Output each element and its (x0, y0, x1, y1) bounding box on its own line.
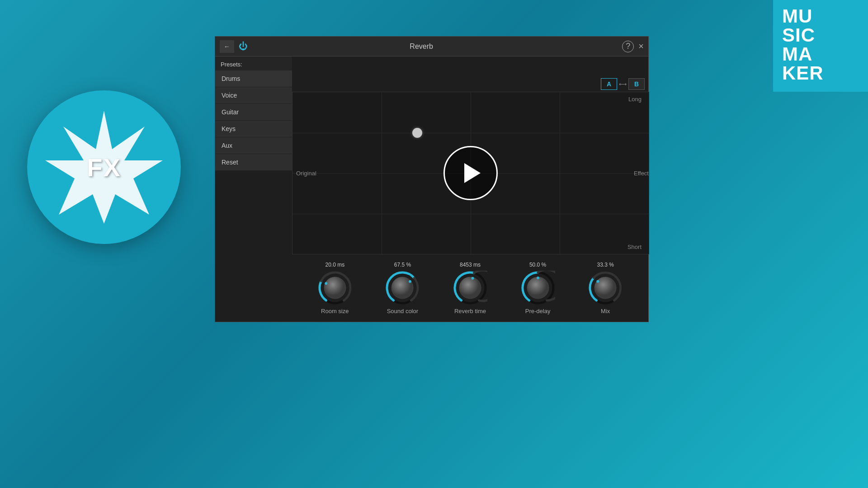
main-content: A ⟷ B Long Short Original Effect (292, 76, 648, 322)
knob-3[interactable] (521, 271, 555, 305)
xy-label-short: Short (627, 244, 642, 250)
knob-room-size-container: 20.0 ms Room size (318, 262, 352, 314)
knob-label-0: Room size (321, 308, 349, 314)
top-bar: ← ⏻ Reverb ? × (215, 37, 648, 56)
preset-aux[interactable]: Aux (215, 137, 292, 154)
svg-point-15 (527, 277, 549, 299)
plugin-title: Reverb (252, 42, 590, 51)
svg-point-12 (471, 277, 474, 280)
xy-label-original: Original (296, 170, 316, 177)
knob-label-3: Pre-delay (525, 308, 551, 314)
knob-value-3: 50.0 % (529, 262, 546, 268)
knob-label-1: Sound color (387, 308, 418, 314)
knob-mix-container: 33.3 % Mix (588, 262, 623, 314)
xy-label-effect: Effect (634, 170, 649, 177)
plugin-window: ← ⏻ Reverb ? × Presets: Drums Voice Guit… (215, 36, 649, 322)
play-triangle-icon (464, 163, 481, 183)
svg-point-4 (325, 282, 327, 285)
ab-arrow-icon: ⟷ (619, 81, 627, 87)
svg-point-3 (324, 277, 346, 299)
preset-guitar[interactable]: Guitar (215, 104, 292, 121)
close-button[interactable]: × (638, 41, 644, 52)
ab-button-b[interactable]: B (628, 78, 645, 90)
knob-value-4: 33.3 % (597, 262, 613, 268)
knob-1[interactable] (385, 271, 420, 305)
fx-logo: FX (27, 90, 181, 244)
play-button[interactable] (443, 146, 498, 200)
knob-sound-color-container: 67.5 % Sound color (385, 262, 420, 314)
xy-pad[interactable]: Long Short Original Effect (292, 92, 649, 254)
knob-label-2: Reverb time (454, 308, 486, 314)
power-button[interactable]: ⏻ (239, 41, 248, 52)
help-button[interactable]: ? (622, 41, 634, 52)
svg-point-8 (409, 280, 411, 283)
fx-label: FX (87, 153, 121, 182)
svg-point-16 (537, 277, 539, 279)
music-maker-text: MU SIC MA KER (782, 7, 859, 83)
presets-label: Presets: (215, 56, 292, 70)
knob-0[interactable] (318, 271, 352, 305)
knob-value-2: 8453 ms (460, 262, 481, 268)
ab-toggle: A ⟷ B (292, 76, 648, 92)
svg-point-11 (459, 277, 481, 299)
svg-point-20 (596, 280, 599, 283)
knob-label-4: Mix (601, 308, 610, 314)
knob-4[interactable] (588, 271, 623, 305)
knob-reverb-time-container: 8453 ms Reverb time (453, 262, 487, 314)
music-maker-logo: MU SIC MA KER (773, 0, 868, 92)
knob-value-1: 67.5 % (394, 262, 411, 268)
knob-pre-delay-container: 50.0 % Pre-delay (521, 262, 555, 314)
knob-value-0: 20.0 ms (325, 262, 344, 268)
knob-2[interactable] (453, 271, 487, 305)
knobs-section: 20.0 ms Room size 67.5 % (292, 254, 648, 322)
xy-label-long: Long (628, 96, 642, 103)
ab-button-a[interactable]: A (601, 78, 617, 90)
xy-pad-dot[interactable] (412, 128, 422, 138)
presets-sidebar: Presets: Drums Voice Guitar Keys Aux Res… (215, 56, 292, 171)
preset-keys[interactable]: Keys (215, 121, 292, 137)
preset-voice[interactable]: Voice (215, 87, 292, 104)
xy-pad-wrapper: Long Short Original Effect (292, 92, 648, 254)
preset-drums[interactable]: Drums (215, 70, 292, 87)
preset-reset[interactable]: Reset (215, 154, 292, 171)
back-button[interactable]: ← (220, 40, 234, 53)
